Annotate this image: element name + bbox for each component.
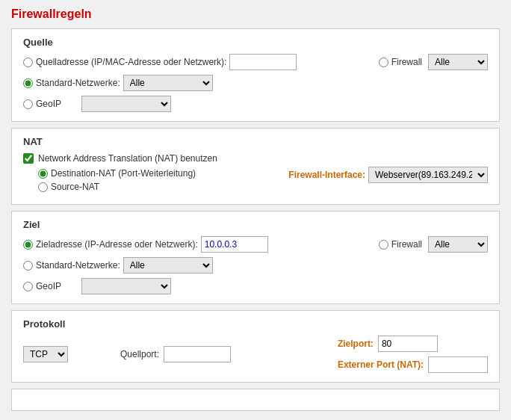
page-title: Firewallregeln [11,7,500,21]
standard-label-text: Standard-Netzwerke: [36,78,120,88]
standard-select[interactable]: Alle [123,75,213,91]
externer-port-input[interactable] [428,356,488,373]
externer-port-label: Externer Port (NAT): [338,359,424,370]
nat-checkbox-label: Network Address Translation (NAT) benutz… [38,153,217,164]
quelle-title: Quelle [23,37,488,48]
nat-sub: Destination-NAT (Port-Weiterleitung) Sou… [38,168,288,192]
protocol-select[interactable]: TCP UDP ICMP Any [23,346,68,362]
source-radio[interactable] [38,182,48,192]
standard-radio-label[interactable]: Standard-Netzwerke: [23,78,120,88]
source-radio-label[interactable]: Source-NAT [38,182,99,192]
standard-radio[interactable] [23,78,33,88]
ziel-standard-radio-label[interactable]: Standard-Netzwerke: [23,260,120,271]
ziel-row1: Zieladresse (IP-Adresse oder Netzwerk): … [23,236,488,253]
destination-radio-label[interactable]: Destination-NAT (Port-Weiterleitung) [38,168,196,179]
nat-right: Firewall-Interface: Webserver(89.163.249… [288,167,488,183]
quellport-input[interactable] [164,346,231,362]
quellport-label: Quellport: [120,349,159,359]
destination-nat-row: Destination-NAT (Port-Weiterleitung) [38,168,288,179]
ziel-standard-label-text: Standard-Netzwerke: [36,260,120,271]
ziel-geoip-label-text: GeoIP [36,281,61,291]
ziel-firewall-label-text: Firewall [391,239,422,250]
bottom-bar [11,389,500,411]
zieladresse-radio[interactable] [23,240,33,250]
ziel-geoip-select[interactable] [81,278,171,294]
ziel-firewall-select[interactable]: Alle [428,236,488,253]
quelle-firewall-radio-label[interactable]: Firewall [379,57,422,67]
zielport-input[interactable] [378,336,438,352]
ziel-section: Ziel Zieladresse (IP-Adresse oder Netzwe… [11,211,500,304]
ziel-standard-radio[interactable] [23,261,33,271]
geoip-radio-label[interactable]: GeoIP [23,99,61,109]
quellport-group: Quellport: [120,346,231,362]
ziel-firewall-radio-label[interactable]: Firewall [379,239,422,250]
source-nat-row: Source-NAT [38,182,288,192]
geoip-label-text: GeoIP [36,99,61,109]
nat-content: Network Address Translation (NAT) benutz… [23,153,488,195]
ziel-firewall-radio[interactable] [379,240,388,250]
zielport-row: Zielport: [338,336,488,352]
quelladresse-radio-label[interactable]: Quelladresse (IP/MAC-Adresse oder Netzwe… [23,57,226,67]
destination-radio[interactable] [38,169,48,179]
zieladresse-radio-label[interactable]: Zieladresse (IP-Adresse oder Netzwerk): [23,239,198,250]
ziel-standard-row: Standard-Netzwerke: Alle [23,257,488,274]
ziel-geoip-radio[interactable] [23,282,33,291]
destination-label-text: Destination-NAT (Port-Weiterleitung) [51,168,196,179]
nat-left: Network Address Translation (NAT) benutz… [23,153,288,195]
page: Firewallregeln Quelle Quelladresse (IP/M… [0,0,511,420]
zieladresse-input[interactable] [201,236,268,253]
proto-right: Zielport: Externer Port (NAT): [338,336,488,373]
quelladresse-radio[interactable] [23,58,33,67]
quelle-section: Quelle Quelladresse (IP/MAC-Adresse oder… [11,28,500,122]
source-label-text: Source-NAT [51,182,99,192]
externer-port-row: Externer Port (NAT): [338,356,488,373]
zieladresse-label-text: Zieladresse (IP-Adresse oder Netzwerk): [36,239,198,250]
quelle-row3: GeoIP [23,96,488,112]
quelle-row2: Standard-Netzwerke: Alle [23,75,488,91]
quelladresse-input[interactable] [229,54,297,70]
protokoll-title: Protokoll [23,318,488,330]
ziel-title: Ziel [23,219,488,230]
quelle-firewall-select[interactable]: Alle [428,54,488,70]
nat-checkbox-row: Network Address Translation (NAT) benutz… [23,153,288,164]
protokoll-section: Protokoll TCP UDP ICMP Any Quellport: Zi… [11,310,500,383]
ziel-geoip-radio-label[interactable]: GeoIP [23,281,61,291]
quelle-firewall-radio[interactable] [379,58,388,67]
quelle-firewall-label-text: Firewall [391,57,422,67]
ziel-geoip-row: GeoIP [23,278,488,294]
nat-section: NAT Network Address Translation (NAT) be… [11,128,500,205]
ziel-standard-select[interactable]: Alle [123,257,213,274]
geoip-radio[interactable] [23,99,33,109]
protokoll-row: TCP UDP ICMP Any Quellport: Zielport: Ex… [23,336,488,373]
nat-checkbox[interactable] [23,153,34,164]
quelladresse-label-text: Quelladresse (IP/MAC-Adresse oder Netzwe… [36,57,226,67]
nat-firewall-interface-label: Firewall-Interface: [288,170,365,180]
nat-firewall-interface-select[interactable]: Webserver(89.163.249.243) [368,167,488,183]
quelle-row1: Quelladresse (IP/MAC-Adresse oder Netzwe… [23,54,488,70]
nat-title: NAT [23,136,488,147]
zielport-label: Zielport: [338,339,374,349]
geoip-select[interactable] [81,96,171,112]
